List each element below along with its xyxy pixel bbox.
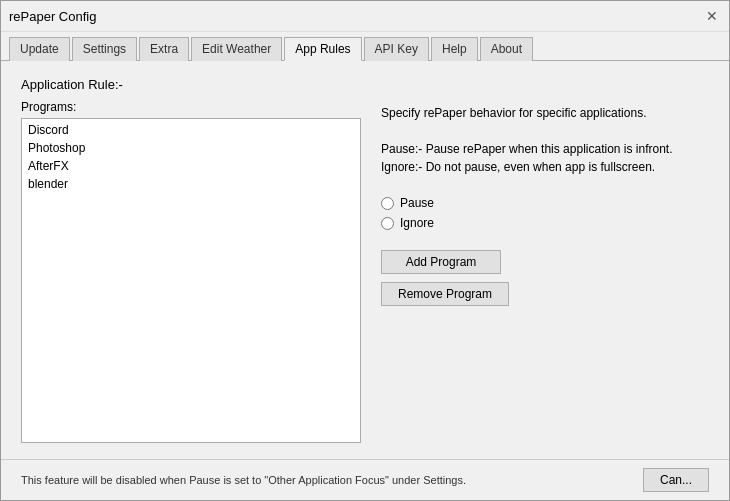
tab-help[interactable]: Help	[431, 37, 478, 61]
tab-update[interactable]: Update	[9, 37, 70, 61]
right-panel: Specify rePaper behavior for specific ap…	[381, 100, 709, 443]
radio-group: PauseIgnore	[381, 196, 709, 230]
tab-settings[interactable]: Settings	[72, 37, 137, 61]
main-layout: Programs: DiscordPhotoshopAfterFXblender…	[21, 100, 709, 443]
left-panel: Programs: DiscordPhotoshopAfterFXblender	[21, 100, 361, 443]
cancel-button[interactable]: Can...	[643, 468, 709, 492]
program-item[interactable]: AfterFX	[24, 157, 358, 175]
footer: This feature will be disabled when Pause…	[1, 459, 729, 500]
tab-api-key[interactable]: API Key	[364, 37, 429, 61]
radio-label-ignore: Ignore	[400, 216, 434, 230]
footer-buttons: Can...	[643, 468, 709, 492]
section-title: Application Rule:-	[21, 77, 709, 92]
button-group: Add Program Remove Program	[381, 250, 709, 306]
tab-about[interactable]: About	[480, 37, 533, 61]
radio-item-pause[interactable]: Pause	[381, 196, 709, 210]
description-text: Specify rePaper behavior for specific ap…	[381, 104, 709, 176]
desc-line1: Specify rePaper behavior for specific ap…	[381, 104, 709, 122]
program-item[interactable]: Discord	[24, 121, 358, 139]
main-window: rePaper Config ✕ UpdateSettingsExtraEdit…	[0, 0, 730, 501]
footer-text: This feature will be disabled when Pause…	[21, 474, 466, 486]
programs-list[interactable]: DiscordPhotoshopAfterFXblender	[21, 118, 361, 443]
desc-line3: Ignore:- Do not pause, even when app is …	[381, 158, 709, 176]
tab-app-rules[interactable]: App Rules	[284, 37, 361, 61]
close-button[interactable]: ✕	[703, 7, 721, 25]
remove-program-button[interactable]: Remove Program	[381, 282, 509, 306]
program-item[interactable]: blender	[24, 175, 358, 193]
radio-item-ignore[interactable]: Ignore	[381, 216, 709, 230]
add-program-button[interactable]: Add Program	[381, 250, 501, 274]
tab-edit-weather[interactable]: Edit Weather	[191, 37, 282, 61]
content-area: Application Rule:- Programs: DiscordPhot…	[1, 61, 729, 459]
radio-input-ignore[interactable]	[381, 217, 394, 230]
tab-bar: UpdateSettingsExtraEdit WeatherApp Rules…	[1, 32, 729, 61]
programs-label: Programs:	[21, 100, 361, 114]
program-item[interactable]: Photoshop	[24, 139, 358, 157]
radio-input-pause[interactable]	[381, 197, 394, 210]
title-bar: rePaper Config ✕	[1, 1, 729, 32]
window-title: rePaper Config	[9, 9, 96, 24]
tab-extra[interactable]: Extra	[139, 37, 189, 61]
desc-line2: Pause:- Pause rePaper when this applicat…	[381, 140, 709, 158]
radio-label-pause: Pause	[400, 196, 434, 210]
